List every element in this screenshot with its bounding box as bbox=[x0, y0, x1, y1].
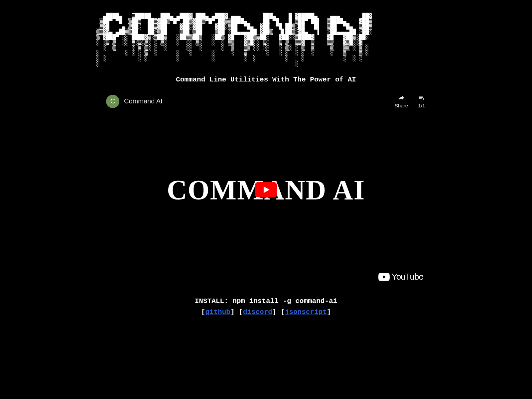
youtube-icon bbox=[378, 273, 390, 281]
share-icon bbox=[397, 94, 406, 101]
bracket: ] [ bbox=[230, 308, 243, 316]
bracket: ] [ bbox=[272, 308, 285, 316]
playlist-button[interactable]: 1/1 bbox=[417, 94, 426, 108]
bracket: [ bbox=[201, 308, 205, 316]
links-row: [github] [discord] [jsonscript] bbox=[201, 308, 331, 316]
channel-avatar[interactable]: C bbox=[106, 95, 119, 108]
subtitle: Command Line Utilities With The Power of… bbox=[176, 76, 356, 83]
github-link[interactable]: github bbox=[205, 308, 230, 316]
playlist-icon bbox=[417, 94, 426, 101]
ascii-logo: ▄████▄ ▒█████ ███▄ ▄███▓ ███▄ ▄███▓ ▄▄▄ … bbox=[96, 13, 372, 66]
install-command: INSTALL: npm install -g command-ai bbox=[195, 297, 337, 305]
video-embed[interactable]: C Command AI Share 1/1 COMMAND AI bbox=[101, 91, 431, 289]
video-header: C Command AI Share 1/1 bbox=[106, 94, 426, 108]
video-title[interactable]: Command AI bbox=[124, 97, 395, 105]
discord-link[interactable]: discord bbox=[243, 308, 272, 316]
share-label: Share bbox=[395, 103, 408, 108]
jsonscript-link[interactable]: jsonscript bbox=[285, 308, 327, 316]
video-thumbnail: COMMAND AI bbox=[167, 174, 365, 206]
playlist-label: 1/1 bbox=[418, 103, 425, 108]
youtube-label: YouTube bbox=[392, 272, 423, 282]
play-button[interactable] bbox=[255, 182, 277, 198]
share-button[interactable]: Share bbox=[395, 94, 408, 108]
video-actions: Share 1/1 bbox=[395, 94, 426, 108]
bracket: ] bbox=[327, 308, 331, 316]
page: ▄████▄ ▒█████ ███▄ ▄███▓ ███▄ ▄███▓ ▄▄▄ … bbox=[0, 0, 532, 316]
youtube-logo[interactable]: YouTube bbox=[378, 272, 423, 282]
